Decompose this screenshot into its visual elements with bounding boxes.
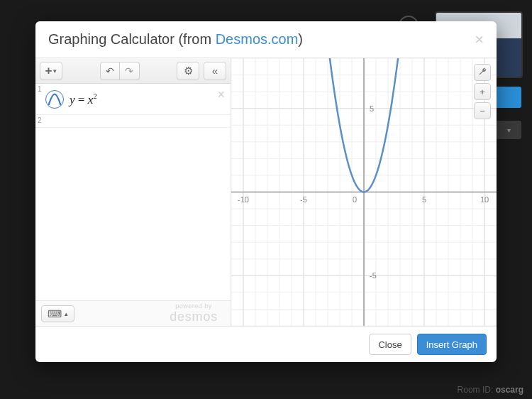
svg-text:5: 5	[422, 195, 426, 204]
svg-text:5: 5	[370, 104, 374, 113]
modal-footer: Close Insert Graph	[35, 326, 497, 362]
room-id-label: Room ID: oscarg	[458, 385, 523, 395]
desmos-link[interactable]: Desmos.com	[216, 31, 299, 47]
expression-formula[interactable]: y = x2	[70, 92, 97, 107]
collapse-panel-button[interactable]: «	[204, 62, 226, 80]
svg-text:-5: -5	[300, 195, 307, 204]
modal-body: + ▾ ↶ ↷ ⚙ « 1 ×	[35, 58, 497, 326]
expression-index: 2	[38, 116, 42, 124]
expression-list: 1 × y = x2 2	[35, 84, 231, 300]
plus-icon: +	[45, 64, 52, 78]
expression-color-icon[interactable]	[45, 90, 64, 109]
zoom-out-button[interactable]: −	[474, 102, 491, 119]
zoom-in-button[interactable]: +	[474, 83, 491, 100]
expression-row[interactable]: 1 × y = x2	[35, 84, 231, 115]
undo-redo-group: ↶ ↷	[100, 62, 140, 80]
insert-graph-button[interactable]: Insert Graph	[417, 334, 487, 355]
modal-title-suffix: )	[298, 31, 303, 47]
gear-icon: ⚙	[184, 65, 193, 77]
wrench-icon	[478, 67, 487, 78]
settings-button[interactable]: ⚙	[177, 62, 199, 80]
add-expression-button[interactable]: + ▾	[40, 62, 62, 80]
keyboard-icon: ⌨	[48, 308, 62, 319]
expression-row[interactable]: 2	[35, 115, 231, 128]
minus-icon: −	[480, 106, 485, 116]
modal-close-button[interactable]: ×	[475, 32, 484, 48]
bg-blue-button[interactable]	[493, 87, 521, 108]
powered-by-desmos: powered by desmos	[170, 303, 225, 324]
redo-button[interactable]: ↷	[120, 62, 140, 80]
keyboard-row: ⌨ ▴ powered by desmos	[35, 300, 231, 326]
chevron-left-double-icon: «	[212, 65, 218, 77]
delete-expression-button[interactable]: ×	[217, 88, 225, 101]
expression-index: 1	[38, 85, 42, 93]
graph-area[interactable]: + − -10-50510-55	[231, 58, 497, 326]
desmos-brand: desmos	[170, 310, 218, 324]
graph-canvas: -10-50510-55	[231, 58, 497, 326]
plus-icon: +	[480, 87, 485, 97]
graphing-calculator-modal: Graphing Calculator (from Desmos.com) × …	[35, 21, 497, 362]
graph-settings-button[interactable]	[474, 64, 491, 81]
modal-header: Graphing Calculator (from Desmos.com) ×	[35, 21, 497, 58]
svg-text:-5: -5	[370, 271, 377, 280]
svg-text:-10: -10	[238, 195, 249, 204]
svg-text:10: 10	[480, 195, 489, 204]
close-button[interactable]: Close	[369, 334, 411, 355]
expression-toolbar: + ▾ ↶ ↷ ⚙ «	[35, 58, 231, 84]
room-id-text: Room ID:	[458, 385, 494, 395]
chevron-up-icon: ▴	[65, 310, 68, 317]
modal-title-prefix: Graphing Calculator (from	[48, 31, 216, 47]
undo-button[interactable]: ↶	[100, 62, 120, 80]
svg-text:0: 0	[353, 195, 357, 204]
modal-title: Graphing Calculator (from Desmos.com)	[48, 31, 303, 48]
room-id-value: oscarg	[496, 385, 523, 395]
expression-panel: + ▾ ↶ ↷ ⚙ « 1 ×	[35, 58, 231, 326]
graph-tools: + −	[474, 64, 491, 119]
keyboard-toggle-button[interactable]: ⌨ ▴	[41, 305, 74, 322]
bg-dropdown[interactable]: ▾	[496, 121, 521, 139]
chevron-down-icon: ▾	[53, 67, 57, 75]
